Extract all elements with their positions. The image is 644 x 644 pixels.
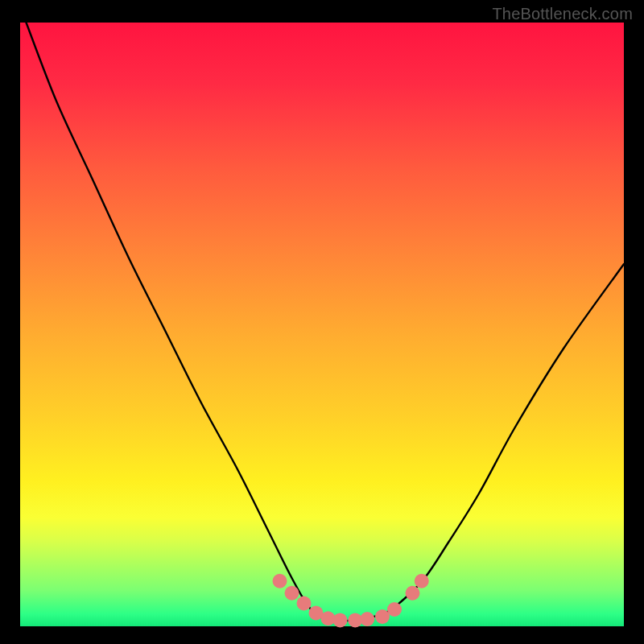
bottleneck-curve xyxy=(27,23,625,621)
marker-dot xyxy=(375,609,390,624)
curve-svg xyxy=(20,23,624,626)
watermark-text: TheBottleneck.com xyxy=(492,5,633,23)
marker-dot xyxy=(415,574,429,588)
marker-dot xyxy=(387,602,402,617)
marker-dot xyxy=(273,574,287,588)
marker-dot xyxy=(406,586,420,601)
curve-markers xyxy=(273,574,429,628)
marker-dot xyxy=(297,597,312,611)
marker-dot xyxy=(360,612,374,626)
marker-dot xyxy=(285,586,299,601)
marker-dot xyxy=(333,613,348,628)
chart-frame: TheBottleneck.com xyxy=(0,0,644,644)
plot-area xyxy=(20,23,624,626)
